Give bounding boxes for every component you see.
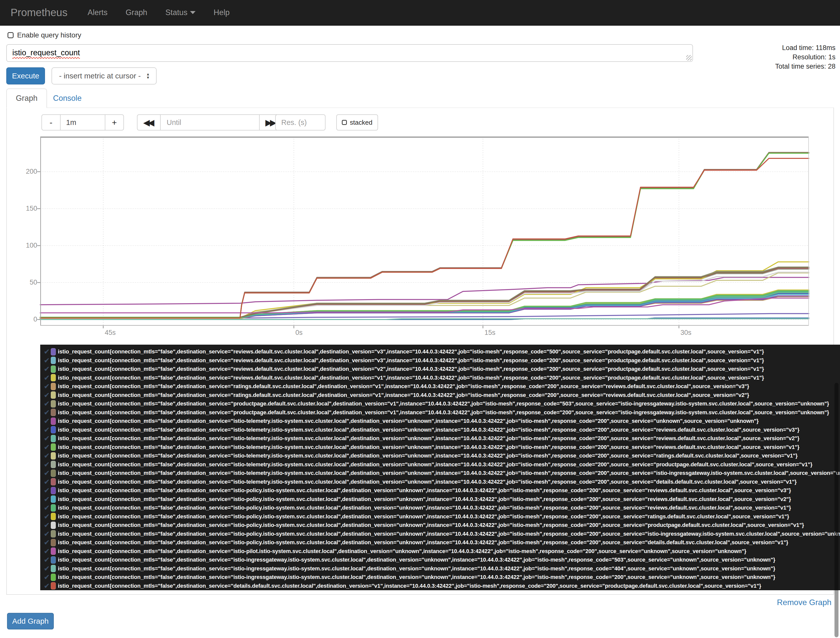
legend-row[interactable]: ✔ istio_request_count{connection_mtls="f… <box>44 582 840 591</box>
legend-row[interactable]: ✔ istio_request_count{connection_mtls="f… <box>44 443 840 452</box>
nav-item-status[interactable]: Status <box>156 8 205 17</box>
brand-prometheus[interactable]: Prometheus <box>0 6 79 19</box>
add-graph-button[interactable]: Add Graph <box>7 613 54 629</box>
query-input-value: istio_request_count <box>12 48 80 57</box>
legend-row[interactable]: ✔ istio_request_count{connection_mtls="f… <box>44 512 840 521</box>
legend-row[interactable]: ✔ istio_request_count{connection_mtls="f… <box>44 495 840 504</box>
stacked-label: stacked <box>350 118 373 126</box>
legend-row[interactable]: ✔ istio_request_count{connection_mtls="f… <box>44 382 840 391</box>
scrollbar-thumb[interactable] <box>834 383 838 637</box>
legend-row[interactable]: ✔ istio_request_count{connection_mtls="f… <box>44 408 840 417</box>
insert-metric-select-value: - insert metric at cursor - <box>59 72 141 80</box>
legend-row[interactable]: ✔ istio_request_count{connection_mtls="f… <box>44 347 840 356</box>
legend-row[interactable]: ✔ istio_request_count{connection_mtls="f… <box>44 374 840 382</box>
remove-graph-link[interactable]: Remove Graph <box>777 598 831 607</box>
legend-row[interactable]: ✔ istio_request_count{connection_mtls="f… <box>44 434 840 443</box>
legend-row[interactable]: ✔ istio_request_count{connection_mtls="f… <box>44 469 840 478</box>
x-tick-label: 0s <box>295 329 303 336</box>
legend-row[interactable]: ✔ istio_request_count{connection_mtls="f… <box>44 478 840 486</box>
stat-total-series: Total time series: 28 <box>775 62 835 71</box>
legend-series-label: istio_request_count{connection_mtls="fal… <box>58 374 764 381</box>
legend-color-swatch <box>51 392 56 399</box>
legend-series-label: istio_request_count{connection_mtls="fal… <box>58 548 746 554</box>
legend-color-swatch <box>51 452 56 460</box>
legend-row[interactable]: ✔ istio_request_count{connection_mtls="f… <box>44 356 840 365</box>
legend-check-icon: ✔ <box>44 443 50 452</box>
stacked-checkbox[interactable] <box>342 120 347 125</box>
legend-row[interactable]: ✔ istio_request_count{connection_mtls="f… <box>44 504 840 512</box>
execute-button[interactable]: Execute <box>6 67 45 84</box>
resolution-input[interactable]: Res. (s) <box>275 114 325 131</box>
insert-metric-select[interactable]: - insert metric at cursor - ▴▾ <box>52 67 156 84</box>
query-input[interactable]: istio_request_count <box>6 44 693 62</box>
legend-series-label: istio_request_count{connection_mtls="fal… <box>58 400 829 407</box>
y-tick-label: 100 <box>14 242 37 250</box>
legend-series-label: istio_request_count{connection_mtls="fal… <box>58 557 775 563</box>
legend-color-swatch <box>51 470 56 477</box>
legend-series-label: istio_request_count{connection_mtls="fal… <box>58 452 797 459</box>
legend-row[interactable]: ✔ istio_request_count{connection_mtls="f… <box>44 556 840 564</box>
legend-row[interactable]: ✔ istio_request_count{connection_mtls="f… <box>44 530 840 539</box>
legend-row[interactable]: ✔ istio_request_count{connection_mtls="f… <box>44 538 840 547</box>
nav-item-graph[interactable]: Graph <box>117 8 156 17</box>
legend-color-swatch <box>51 409 56 416</box>
legend-row[interactable]: ✔ istio_request_count{connection_mtls="f… <box>44 564 840 573</box>
until-control-group: ◀◀ Until ▶▶ <box>137 114 283 131</box>
legend-check-icon: ✔ <box>44 452 50 460</box>
legend-color-swatch <box>51 444 56 451</box>
nav-item-help[interactable]: Help <box>205 8 239 17</box>
legend-row[interactable]: ✔ istio_request_count{connection_mtls="f… <box>44 365 840 374</box>
chart-svg <box>40 136 809 326</box>
resize-grip-icon[interactable] <box>686 55 692 61</box>
query-history-checkbox[interactable] <box>8 32 14 38</box>
legend-series-label: istio_request_count{connection_mtls="fal… <box>58 383 749 390</box>
tab-graph[interactable]: Graph <box>6 88 47 108</box>
legend-check-icon: ✔ <box>44 460 50 469</box>
legend-series-label: istio_request_count{connection_mtls="fal… <box>58 539 788 546</box>
range-decrease-button[interactable]: - <box>41 114 61 131</box>
legend-check-icon: ✔ <box>44 408 50 417</box>
legend-row[interactable]: ✔ istio_request_count{connection_mtls="f… <box>44 573 840 582</box>
range-increase-button[interactable]: + <box>105 114 124 131</box>
x-tick-label: 15s <box>484 329 496 336</box>
legend-color-swatch <box>51 496 56 503</box>
legend-row[interactable]: ✔ istio_request_count{connection_mtls="f… <box>44 486 840 495</box>
legend-color-swatch <box>51 426 56 433</box>
rewind-button[interactable]: ◀◀ <box>137 114 161 131</box>
legend-check-icon: ✔ <box>44 495 50 504</box>
legend-series-label: istio_request_count{connection_mtls="fal… <box>58 426 799 433</box>
legend-row[interactable]: ✔ istio_request_count{connection_mtls="f… <box>44 426 840 434</box>
range-input[interactable]: 1m <box>61 114 105 131</box>
legend-row[interactable]: ✔ istio_request_count{connection_mtls="f… <box>44 521 840 530</box>
legend-color-swatch <box>51 383 56 390</box>
legend-color-swatch <box>51 582 56 589</box>
tab-console[interactable]: Console <box>44 88 91 108</box>
legend-check-icon: ✔ <box>44 400 50 408</box>
x-tick-label: 45s <box>105 329 116 336</box>
chart-plot-area[interactable] <box>40 136 809 326</box>
legend-row[interactable]: ✔ istio_request_count{connection_mtls="f… <box>44 391 840 400</box>
legend-row[interactable]: ✔ istio_request_count{connection_mtls="f… <box>44 460 840 469</box>
legend-check-icon: ✔ <box>44 382 50 391</box>
legend-check-icon: ✔ <box>44 434 50 443</box>
stacked-toggle[interactable]: stacked <box>336 114 378 131</box>
legend-series-label: istio_request_count{connection_mtls="fal… <box>58 565 775 572</box>
legend-check-icon: ✔ <box>44 564 50 573</box>
legend-series-label: istio_request_count{connection_mtls="fal… <box>58 366 764 372</box>
nav-item-status-label: Status <box>166 8 188 17</box>
legend-row[interactable]: ✔ istio_request_count{connection_mtls="f… <box>44 400 840 408</box>
legend-series-label: istio_request_count{connection_mtls="fal… <box>58 531 840 537</box>
until-input[interactable]: Until <box>161 114 259 131</box>
legend-color-swatch <box>51 539 56 546</box>
legend-check-icon: ✔ <box>44 530 50 538</box>
legend-color-swatch <box>51 556 56 564</box>
legend-row[interactable]: ✔ istio_request_count{connection_mtls="f… <box>44 417 840 426</box>
legend-row[interactable]: ✔ istio_request_count{connection_mtls="f… <box>44 452 840 460</box>
legend-row[interactable]: ✔ istio_request_count{connection_mtls="f… <box>44 547 840 556</box>
legend-color-swatch <box>51 574 56 581</box>
nav-item-alerts[interactable]: Alerts <box>79 8 116 17</box>
range-control-group: - 1m + <box>41 114 124 131</box>
legend-color-swatch <box>51 504 56 512</box>
query-stats: Load time: 118ms Resolution: 1s Total ti… <box>775 43 835 71</box>
legend-color-swatch <box>51 478 56 485</box>
